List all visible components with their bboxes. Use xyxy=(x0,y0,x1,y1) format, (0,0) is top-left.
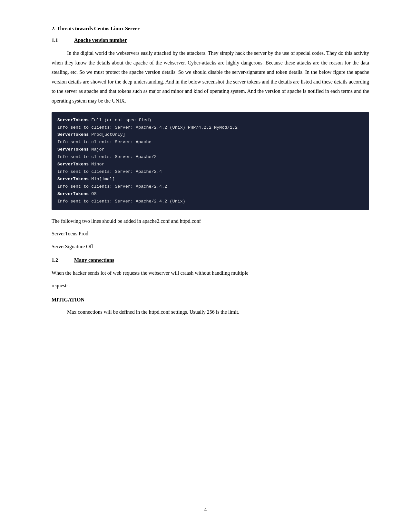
subsection-1-2-number: 1.2 xyxy=(52,257,64,263)
mitigation-heading: MITIGATION xyxy=(52,297,369,303)
mitigation-heading-text: MITIGATION xyxy=(52,297,84,302)
page-number: 4 xyxy=(0,507,411,513)
server-signature-text: ServerSignature Off xyxy=(52,244,93,249)
code-line-10: Info sent to clients: Server: Apache/2.4… xyxy=(57,183,363,191)
code-line-1: ServerTokens Full (or not specified) xyxy=(57,117,363,124)
code-line-2: Info sent to clients: Server: Apache/2.4… xyxy=(57,124,363,132)
page-number-text: 4 xyxy=(204,507,207,512)
after-code-line3: ServerSignature Off xyxy=(52,242,369,251)
code-line-8: Info sent to clients: Server: Apache/2.4 xyxy=(57,168,363,176)
section1-2-body-line1: When the hacker sends lot of web request… xyxy=(52,268,369,278)
code-line-9: ServerTokens Min[imal] xyxy=(57,176,363,183)
section1-2-body-line2: requests. xyxy=(52,281,369,291)
section2-heading-text: 2. Threats towards Centos Linux Server xyxy=(52,26,140,31)
code-line-3: ServerTokens Prod[uctOnly] xyxy=(57,131,363,139)
code-line-5: ServerTokens Major xyxy=(57,146,363,153)
code-line-6: Info sent to clients: Server: Apache/2 xyxy=(57,153,363,161)
after-code-line2: ServerToens Prod xyxy=(52,229,369,239)
mitigation-body-text: Max connections will be defined in the h… xyxy=(67,309,239,315)
section1-1-heading: 1.1 Apache version number xyxy=(52,37,369,43)
after-code-line1-text: The following two lines should be added … xyxy=(52,218,201,224)
code-line-12: Info sent to clients: Server: Apache/2.4… xyxy=(57,198,363,205)
section1-2-line2-text: requests. xyxy=(52,283,70,288)
section1-2-heading: 1.2 Many connections xyxy=(52,257,369,263)
section1-1-body: In the digital world the webservers easi… xyxy=(52,48,369,106)
mitigation-body: Max connections will be defined in the h… xyxy=(52,307,369,317)
section2-heading: 2. Threats towards Centos Linux Server xyxy=(52,26,369,32)
subsection-1-2-title: Many connections xyxy=(74,257,114,263)
section1-2-line1-text: When the hacker sends lot of web request… xyxy=(52,270,249,276)
code-line-4: Info sent to clients: Server: Apache xyxy=(57,139,363,146)
section1-1-paragraph: In the digital world the webservers easi… xyxy=(52,50,369,103)
server-toens-text: ServerToens Prod xyxy=(52,231,88,236)
code-block: ServerTokens Full (or not specified) Inf… xyxy=(52,112,369,210)
after-code-line1: The following two lines should be added … xyxy=(52,216,369,226)
subsection-1-1-number: 1.1 xyxy=(52,37,64,43)
code-line-7: ServerTokens Minor xyxy=(57,161,363,168)
subsection-1-1-title: Apache version number xyxy=(74,37,127,43)
page: 2. Threats towards Centos Linux Server 1… xyxy=(0,0,411,532)
code-line-11: ServerTokens OS xyxy=(57,191,363,198)
